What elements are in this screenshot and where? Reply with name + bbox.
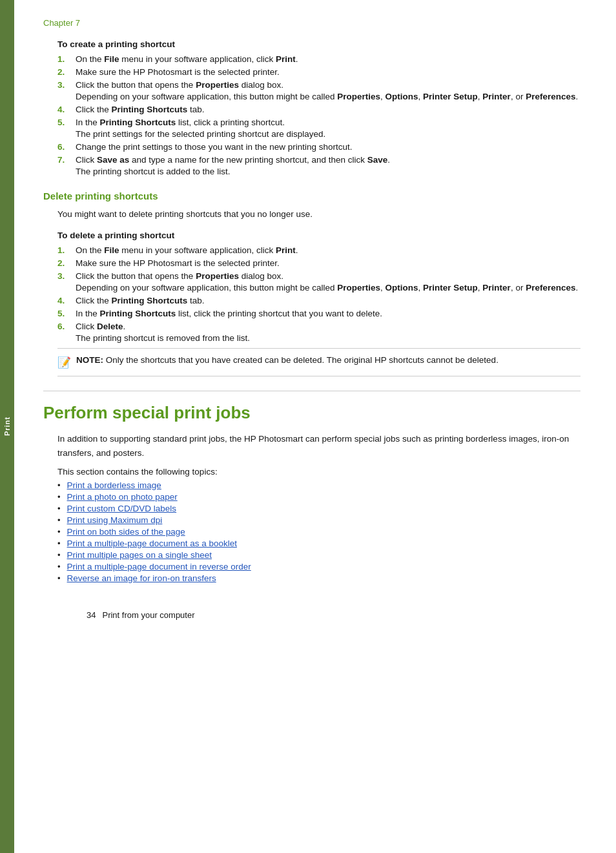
list-item: • Print multiple pages on a single sheet <box>57 550 580 560</box>
note-icon: 📝 <box>57 355 71 371</box>
step-num: 5. <box>57 309 76 318</box>
topic-link[interactable]: Print on both sides of the page <box>67 527 185 537</box>
step-num: 5. <box>57 118 76 127</box>
bullet: • <box>57 492 61 502</box>
note-content: NOTE: Only the shortcuts that you have c… <box>76 354 498 367</box>
delete-shortcut-heading: To delete a printing shortcut <box>57 231 580 240</box>
create-step-1: 1. On the File menu in your software app… <box>57 54 580 64</box>
footer-text: Print from your computer <box>102 610 194 620</box>
delete-shortcut-list: 1. On the File menu in your software app… <box>57 245 580 343</box>
step-content: Click Save as and type a name for the ne… <box>76 155 580 176</box>
step-content: In the Printing Shortcuts list, click th… <box>76 309 580 318</box>
create-step-7: 7. Click Save as and type a name for the… <box>57 155 580 176</box>
create-step-5: 5. In the Printing Shortcuts list, click… <box>57 118 580 139</box>
bullet: • <box>57 527 61 537</box>
step-num: 6. <box>57 142 76 152</box>
delete-intro: You might want to delete printing shortc… <box>57 208 580 221</box>
topic-link[interactable]: Print a multiple-page document as a book… <box>67 539 237 548</box>
step-content: Click the button that opens the Properti… <box>76 80 580 101</box>
page: Print Chapter 7 To create a printing sho… <box>0 0 616 853</box>
bullet: • <box>57 515 61 525</box>
left-tab: Print <box>0 0 14 853</box>
step-content: Make sure the HP Photosmart is the selec… <box>76 67 580 77</box>
list-item: • Print custom CD/DVD labels <box>57 504 580 513</box>
content-area: Chapter 7 To create a printing shortcut … <box>14 0 616 853</box>
bullet: • <box>57 539 61 548</box>
step-content: Click the Printing Shortcuts tab. <box>76 296 580 305</box>
perform-intro2: This section contains the following topi… <box>57 467 580 477</box>
delete-section-title: Delete printing shortcuts <box>43 190 580 201</box>
delete-step-6: 6. Click Delete. The printing shortcut i… <box>57 322 580 343</box>
list-item: • Print a photo on photo paper <box>57 492 580 502</box>
delete-step-4: 4. Click the Printing Shortcuts tab. <box>57 296 580 305</box>
step-content: Click the Printing Shortcuts tab. <box>76 105 580 114</box>
create-step-2: 2. Make sure the HP Photosmart is the se… <box>57 67 580 77</box>
step-num: 1. <box>57 54 76 64</box>
step-num: 1. <box>57 245 76 255</box>
create-step-4: 4. Click the Printing Shortcuts tab. <box>57 105 580 114</box>
create-step-3: 3. Click the button that opens the Prope… <box>57 80 580 101</box>
step-content: Click the button that opens the Properti… <box>76 271 580 293</box>
step-content: On the File menu in your software applic… <box>76 245 580 255</box>
step-num: 6. <box>57 322 76 331</box>
left-tab-label: Print <box>3 416 11 436</box>
create-step-6: 6. Change the print settings to those yo… <box>57 142 580 152</box>
topic-link[interactable]: Reverse an image for iron-on transfers <box>67 573 216 583</box>
bullet: • <box>57 480 61 490</box>
step-content: Make sure the HP Photosmart is the selec… <box>76 258 580 268</box>
create-shortcut-heading: To create a printing shortcut <box>57 39 580 49</box>
topic-link[interactable]: Print a multiple-page document in revers… <box>67 562 251 571</box>
list-item: • Print on both sides of the page <box>57 527 580 537</box>
topic-link[interactable]: Print a borderless image <box>67 480 161 490</box>
bullet: • <box>57 562 61 571</box>
note-text: Only the shortcuts that you have created… <box>103 355 498 365</box>
perform-title: Perform special print jobs <box>43 391 580 423</box>
delete-step-3: 3. Click the button that opens the Prope… <box>57 271 580 293</box>
topic-link[interactable]: Print custom CD/DVD labels <box>67 504 177 513</box>
bullet: • <box>57 504 61 513</box>
topics-list: • Print a borderless image • Print a pho… <box>57 480 580 583</box>
step-num: 2. <box>57 67 76 77</box>
list-item: • Print a borderless image <box>57 480 580 490</box>
step-num: 4. <box>57 296 76 305</box>
topic-link[interactable]: Print using Maximum dpi <box>67 515 163 525</box>
list-item: • Print using Maximum dpi <box>57 515 580 525</box>
note-box: 📝 NOTE: Only the shortcuts that you have… <box>57 348 580 377</box>
step-content: Change the print settings to those you w… <box>76 142 580 152</box>
create-shortcut-section: To create a printing shortcut 1. On the … <box>57 39 580 176</box>
delete-shortcuts-section: Delete printing shortcuts You might want… <box>43 190 580 376</box>
delete-step-2: 2. Make sure the HP Photosmart is the se… <box>57 258 580 268</box>
step-content: On the File menu in your software applic… <box>76 54 580 64</box>
topic-link[interactable]: Print multiple pages on a single sheet <box>67 550 212 560</box>
delete-step-1: 1. On the File menu in your software app… <box>57 245 580 255</box>
step-content: Click Delete. The printing shortcut is r… <box>76 322 580 343</box>
topic-link[interactable]: Print a photo on photo paper <box>67 492 178 502</box>
step-num: 7. <box>57 155 76 165</box>
bullet: • <box>57 573 61 583</box>
perform-section: Perform special print jobs In addition t… <box>43 391 580 582</box>
delete-shortcut-inner: To delete a printing shortcut 1. On the … <box>57 231 580 377</box>
note-label: NOTE: <box>76 355 103 365</box>
create-shortcut-list: 1. On the File menu in your software app… <box>57 54 580 176</box>
step-num: 3. <box>57 271 76 281</box>
step-num: 3. <box>57 80 76 90</box>
list-item: • Print a multiple-page document in reve… <box>57 562 580 571</box>
chapter-label: Chapter 7 <box>43 18 580 28</box>
perform-intro1: In addition to supporting standard print… <box>57 432 580 460</box>
list-item: • Print a multiple-page document as a bo… <box>57 539 580 548</box>
step-content: In the Printing Shortcuts list, click a … <box>76 118 580 139</box>
bullet: • <box>57 550 61 560</box>
list-item: • Reverse an image for iron-on transfers <box>57 573 580 583</box>
page-footer: 34 Print from your computer <box>57 610 595 620</box>
step-num: 2. <box>57 258 76 268</box>
delete-step-5: 5. In the Printing Shortcuts list, click… <box>57 309 580 318</box>
step-num: 4. <box>57 105 76 114</box>
page-number: 34 <box>87 610 96 620</box>
